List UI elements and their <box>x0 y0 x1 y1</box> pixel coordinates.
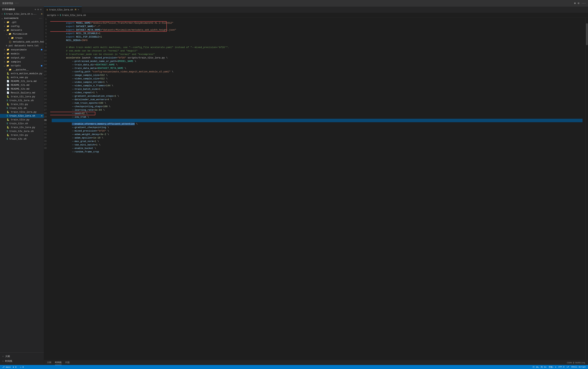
code-line-2: export DATASET_NAME="./" <box>52 21 582 25</box>
pycache-label: __pycache__ <box>13 68 29 71</box>
sidebar-item-readme-t2i[interactable]: 📄 README_t2i.md <box>0 83 44 87</box>
editor-content: 1 2 3 4 5 6 7 8 9 10 11 12 13 14 15 16 1… <box>44 18 588 360</box>
sidebar-item-extra-motion[interactable]: 🐍 extra_motion_module.py <box>0 72 44 75</box>
tab-bar: $ train_t2iv_lora.sh M × <box>44 7 588 13</box>
status-spaces[interactable]: 空格: 4 <box>549 366 556 369</box>
sidebar-outline[interactable]: 大纲 <box>0 354 44 359</box>
sh-icon6: $ <box>7 138 8 140</box>
minimalism-folder-icon: 📁 <box>9 33 11 35</box>
breadcrumb-filename[interactable]: train_t2iv_lora.sh <box>62 14 86 17</box>
sidebar-item-easyanimate[interactable]: 📁 easyanimate <box>0 48 44 52</box>
ln-31: 31 <box>44 122 48 126</box>
status-position[interactable]: 行 30, 列 54 <box>533 366 547 369</box>
sidebar-item-train-folder[interactable]: 📁 train <box>0 36 44 40</box>
close-open-file-icon[interactable]: × <box>1 13 3 15</box>
status-lang[interactable]: Shell Script <box>571 366 586 368</box>
bottom-tab-timeline[interactable]: 时间线 <box>55 360 62 365</box>
open-file-entry[interactable]: × $ train_t2iv_lora.sh s... M <box>0 12 44 16</box>
ln-20: 20 <box>44 84 48 87</box>
ln-32: 32 <box>44 126 48 129</box>
ln-37: 37 <box>44 143 48 147</box>
chevron-down-icon <box>1 17 3 20</box>
ln-15: 15 <box>44 67 48 70</box>
sidebar-item-put-datasets[interactable]: ≡ put datasets here.txt <box>0 44 44 48</box>
chevron-right-icon <box>4 25 5 28</box>
sidebar-item-minimalism[interactable]: 📁 Minimalism <box>0 32 44 36</box>
status-branch[interactable]: ⎇ main <box>2 366 11 368</box>
open-editors-header: 打开的编辑器 ⊕ ⊞ ⊟ <box>0 7 44 12</box>
train-t2iv-lora-py-label: train_t2iv_lora.py <box>11 111 36 113</box>
new-folder-icon[interactable]: ⊞ <box>38 8 39 11</box>
sidebar-item-train-t2i-sh[interactable]: $ train_t2i.sh <box>0 106 44 110</box>
sidebar-item-train-t2v-lora-sh[interactable]: $ train_t2v_lora.sh <box>0 129 44 133</box>
ln-4: 4 <box>44 28 48 32</box>
status-bar: ⎇ main ⊗ 0 ⚠ 0 行 30, 列 54 空格: 4 UTF-8 LF… <box>0 365 588 369</box>
sidebar-item-git[interactable]: 📁 .git <box>0 20 44 24</box>
code-area[interactable]: export MODEL_NAME="models/Diffusion_Tran… <box>50 18 585 360</box>
root-easyanimate[interactable]: EASYANIMATE ··· <box>0 16 44 20</box>
more-actions-icon[interactable]: ··· <box>582 2 586 5</box>
samples-folder-icon: 📁 <box>7 61 9 63</box>
models-folder-icon: 📁 <box>7 52 9 55</box>
train-folder-icon: 📁 <box>11 37 14 39</box>
scrollbar-thumb[interactable] <box>586 23 588 45</box>
sidebar-item-train-t2i-lora-py[interactable]: 🐍 train_t2i_lora.py <box>0 95 44 99</box>
sidebar-item-train-t2iv-lora-sh[interactable]: $ train_t2iv_lora.sh M <box>0 114 44 118</box>
breadcrumb-scripts[interactable]: scripts <box>47 14 56 17</box>
code-line-13: --train_data_dir=$DATASET_NAME \ <box>52 60 582 63</box>
ln-33: 33 <box>44 129 48 133</box>
sidebar-item-output-dir[interactable]: 📁 output_dir <box>0 56 44 60</box>
remote-icon[interactable]: ⊞ <box>574 2 576 5</box>
status-encoding[interactable]: UTF-8 <box>558 366 565 368</box>
sidebar-item-train-t2v-py[interactable]: 🐍 train_t2v.py <box>0 133 44 137</box>
code-line-19: --video_sample_n_frames=144 \ <box>52 81 582 84</box>
sidebar-item-samples[interactable]: 📁 samples <box>0 60 44 64</box>
ln-8: 8 <box>44 42 48 46</box>
models-label: models <box>11 52 20 55</box>
sidebar-item-metadata[interactable]: {} metadata_add_width_heigh... <box>0 40 44 44</box>
layout-icon[interactable]: ⊟ <box>578 2 579 5</box>
sidebar-item-readme-t2i-lora[interactable]: 📄 README_t2i_lora.md <box>0 79 44 83</box>
md-icon3: 📄 <box>7 88 9 90</box>
status-left: ⎇ main ⊗ 0 ⚠ 0 <box>2 366 24 368</box>
sidebar-item-train-t2iv-py[interactable]: 🐍 train_t2iv.py <box>0 118 44 122</box>
sidebar-item-datasets[interactable]: 📁 datasets <box>0 28 44 32</box>
tab-icon: $ <box>47 9 48 11</box>
tab-train-t2iv-lora[interactable]: $ train_t2iv_lora.sh M × <box>44 7 82 13</box>
sidebar-item-models[interactable]: 📁 models <box>0 52 44 56</box>
status-eol[interactable]: LF <box>567 366 569 368</box>
bottom-tab-outline[interactable]: 大纲 <box>47 360 51 365</box>
sidebar-item-train-t2iv-sh[interactable]: $ train_t2iv.sh <box>0 122 44 125</box>
new-file-icon[interactable]: ⊕ <box>35 8 36 11</box>
sidebar-item-train-t2i-py[interactable]: 🐍 train_t2i.py <box>0 102 44 106</box>
editor-scrollbar[interactable] <box>585 18 588 360</box>
sidebar-item-train-t2iv-lora-py[interactable]: 🐍 train_t2iv_lora.py <box>0 110 44 114</box>
tab-close-button[interactable]: × <box>78 9 79 11</box>
chevron-right-icon <box>4 21 5 24</box>
sidebar-item-config[interactable]: 📁 config <box>0 24 44 28</box>
sidebar-item-train-t2v-lora-py[interactable]: 🐍 train_t2v_lora.py <box>0 125 44 129</box>
title-bar-menu-icon[interactable]: ··· <box>15 2 19 5</box>
sidebar-timeline[interactable]: 时间线 <box>0 359 44 363</box>
sidebar-item-train-t2v-sh[interactable]: $ train_t2v.sh <box>0 137 44 141</box>
chevron-right-outline <box>2 355 4 358</box>
sidebar-item-readme-t2v[interactable]: 📄 README_t2v.md <box>0 87 44 91</box>
code-line-21: --video_repeat=1 \ <box>52 87 582 91</box>
explorer-label: 资源管理器 <box>2 2 13 5</box>
sidebar-item-train-t2i-lora-sh[interactable]: $ train_t2i_lora.sh <box>0 99 44 102</box>
sidebar-item-result-gallery[interactable]: 📄 Result_Gallery.md <box>0 91 44 95</box>
sidebar-item-pycache[interactable]: 📁 __pycache__ <box>0 68 44 72</box>
sidebar-item-extra-vae[interactable]: 🐍 extra_vae.py <box>0 75 44 79</box>
ln-11: 11 <box>44 52 48 56</box>
breadcrumb-sep1: > <box>57 14 59 17</box>
samples-label: samples <box>11 61 21 63</box>
timeline-label: 时间线 <box>5 359 12 363</box>
sidebar-item-scripts[interactable]: 📁 scripts <box>0 64 44 68</box>
collapse-icon[interactable]: ⊟ <box>40 8 41 11</box>
status-errors[interactable]: ⊗ 0 ⚠ 0 <box>13 366 24 368</box>
readme-t2i-label: README_t2i.md <box>11 84 29 86</box>
ln-29: 29 <box>44 115 48 119</box>
file-tree: EASYANIMATE ··· 📁 .git 📁 config 📁 datase… <box>0 16 44 352</box>
train-folder-label: train <box>15 37 22 39</box>
bottom-tab-problems[interactable]: 问题 <box>65 360 70 365</box>
